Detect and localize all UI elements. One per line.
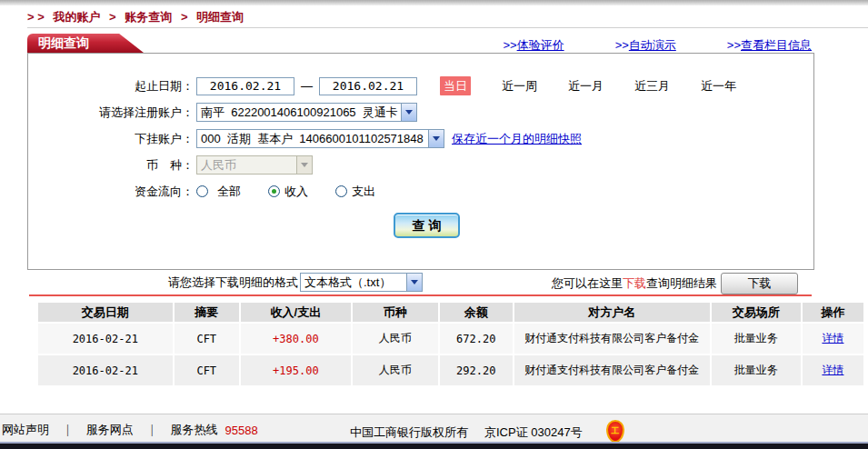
cell-currency: 人民币 — [353, 324, 438, 354]
icp-license: 京ICP证 030247号 — [484, 424, 583, 441]
breadcrumb-item-detail-query[interactable]: 明细查询 — [196, 10, 244, 24]
download-hint-emphasis: 下载 — [623, 275, 646, 292]
radio-checked-icon[interactable] — [268, 185, 280, 197]
cell-venue: 批量业务 — [712, 324, 801, 354]
download-hint-prefix: 您可以在这里 — [552, 275, 623, 292]
red-divider — [29, 294, 812, 296]
chevron-down-icon — [428, 130, 444, 147]
currency-label: 币 种： — [28, 157, 196, 174]
download-row: 请您选择下载明细的格式 文本格式（.txt） 您可以在这里 下载 查询明细结果 … — [0, 273, 868, 294]
breadcrumb-item-account-query[interactable]: 账务查询 — [125, 10, 172, 24]
flow-option-income[interactable]: 收入 — [268, 184, 308, 200]
cell-counterparty: 财付通支付科技有限公司客户备付金 — [514, 355, 710, 385]
currency-row: 币 种： 人民币 — [28, 152, 813, 178]
auto-demo-link[interactable]: >>自动演示 — [615, 37, 676, 54]
chevron-down-icon — [406, 274, 422, 291]
detail-link[interactable]: 详情 — [822, 364, 843, 376]
date-range-row: 起止日期： 2016.02.21 — 2016.02.21 当日 近一周 近一月… — [28, 73, 813, 99]
query-button[interactable]: 查 询 — [394, 213, 460, 238]
copyright-text: 中国工商银行版权所有 — [350, 424, 468, 441]
table-row: 2016-02-21 CFT +195.00 人民币 292.20 财付通支付科… — [38, 355, 863, 385]
col-balance: 余额 — [440, 303, 513, 322]
download-format-label: 请您选择下载明细的格式 — [168, 274, 298, 291]
date-from-input[interactable]: 2016.02.21 — [196, 77, 294, 95]
col-amount: 收入/支出 — [241, 303, 351, 322]
date-dash: — — [301, 79, 313, 93]
breadcrumb-prefix: > > — [27, 10, 45, 24]
chevron-down-icon — [401, 104, 416, 121]
experience-feedback-link[interactable]: >>体验评价 — [503, 37, 564, 54]
table-header-row: 交易日期 摘要 收入/支出 币种 余额 对方户名 交易场所 操作 — [38, 303, 863, 322]
breadcrumb-separator: > — [109, 10, 116, 24]
date-to-input[interactable]: 2016.02.21 — [319, 77, 417, 95]
cell-summary: CFT — [175, 324, 240, 354]
col-venue: 交易场所 — [712, 303, 801, 322]
today-button[interactable]: 当日 — [440, 76, 471, 95]
header-links: >>体验评价 >>自动演示 >>查看栏目信息 — [503, 37, 812, 54]
cell-amount: +380.00 — [241, 324, 351, 354]
cell-date: 2016-02-21 — [38, 324, 173, 354]
footer-copyright: 中国工商银行版权所有 京ICP证 030247号 工 — [350, 422, 624, 443]
transaction-table: 交易日期 摘要 收入/支出 币种 余额 对方户名 交易场所 操作 2016-02… — [36, 301, 865, 387]
icbc-seal-icon: 工 — [606, 420, 624, 443]
flow-option-expense[interactable]: 支出 — [335, 184, 375, 200]
download-format-select[interactable]: 文本格式（.txt） — [300, 273, 423, 292]
table-row: 2016-02-21 CFT +380.00 人民币 672.20 财付通支付科… — [38, 324, 863, 354]
service-branches-link[interactable]: 服务网点 — [86, 422, 134, 438]
save-snapshot-link[interactable]: 保存近一个月的明细快照 — [452, 131, 582, 147]
cell-venue: 批量业务 — [712, 355, 801, 385]
query-form-panel: 起止日期： 2016.02.21 — 2016.02.21 当日 近一周 近一月… — [27, 53, 814, 270]
breadcrumb-separator: > — [181, 10, 188, 24]
footer-links: 网站声明 ｜ 服务网点 ｜ 服务热线 95588 — [2, 422, 258, 438]
footer: 网站声明 ｜ 服务网点 ｜ 服务热线 95588 中国工商银行版权所有 京ICP… — [0, 414, 868, 442]
view-column-info-link[interactable]: >>查看栏目信息 — [727, 37, 812, 54]
bottom-dark-bar — [0, 442, 868, 449]
cell-date: 2016-02-21 — [38, 355, 173, 385]
col-counterparty: 对方户名 — [514, 303, 710, 322]
col-date: 交易日期 — [38, 303, 173, 322]
flow-direction-label: 资金流向： — [28, 184, 196, 200]
breadcrumb-item-my-account[interactable]: 我的账户 — [53, 10, 100, 24]
download-button[interactable]: 下载 — [721, 273, 798, 294]
detail-link[interactable]: 详情 — [822, 332, 843, 344]
top-gradient-bar — [0, 0, 868, 5]
hotline-label: 服务热线 — [170, 422, 217, 438]
col-summary: 摘要 — [175, 303, 240, 322]
breadcrumb: > > 我的账户 > 账务查询 > 明细查询 — [27, 9, 249, 25]
tab-detail-query: 明细查询 — [27, 34, 144, 53]
register-account-row: 请选择注册账户： 南平 6222001406100921065 灵通卡 — [28, 99, 813, 125]
flow-option-all[interactable]: 全部 — [196, 184, 241, 200]
quick-link-week[interactable]: 近一周 — [502, 78, 537, 95]
col-currency: 币种 — [353, 303, 438, 322]
download-hint-suffix: 查询明细结果 — [646, 275, 717, 292]
col-action: 操作 — [803, 303, 863, 322]
currency-select-disabled: 人民币 — [196, 155, 313, 175]
sub-account-row: 下挂账户： 000 活期 基本户 1406600101102571848 保存近… — [28, 125, 813, 152]
radio-unchecked-icon[interactable] — [196, 185, 208, 197]
flow-direction-row: 资金流向： 全部 收入 支出 — [28, 178, 813, 205]
cell-amount: +195.00 — [241, 355, 351, 385]
sub-account-label: 下挂账户： — [28, 131, 196, 147]
register-account-select[interactable]: 南平 6222001406100921065 灵通卡 — [196, 103, 417, 122]
hotline-number: 95588 — [224, 424, 257, 437]
chevron-down-icon — [296, 156, 312, 174]
download-format-group: 请您选择下载明细的格式 文本格式（.txt） — [168, 273, 423, 292]
radio-unchecked-icon[interactable] — [335, 185, 347, 197]
cell-balance: 672.20 — [440, 324, 513, 354]
cell-summary: CFT — [175, 355, 240, 385]
quick-link-quarter[interactable]: 近三月 — [634, 78, 670, 95]
cell-currency: 人民币 — [353, 355, 438, 385]
breadcrumb-divider — [27, 27, 868, 28]
quick-link-month[interactable]: 近一月 — [568, 78, 604, 95]
site-statement-link[interactable]: 网站声明 — [2, 422, 49, 438]
date-range-label: 起止日期： — [28, 78, 196, 95]
register-account-label: 请选择注册账户： — [28, 105, 196, 121]
sub-account-select[interactable]: 000 活期 基本户 1406600101102571848 — [196, 129, 444, 148]
cell-counterparty: 财付通支付科技有限公司客户备付金 — [514, 324, 710, 354]
quick-link-year[interactable]: 近一年 — [701, 78, 736, 95]
cell-balance: 292.20 — [440, 355, 513, 385]
download-hint-group: 您可以在这里 下载 查询明细结果 下载 — [552, 273, 798, 294]
